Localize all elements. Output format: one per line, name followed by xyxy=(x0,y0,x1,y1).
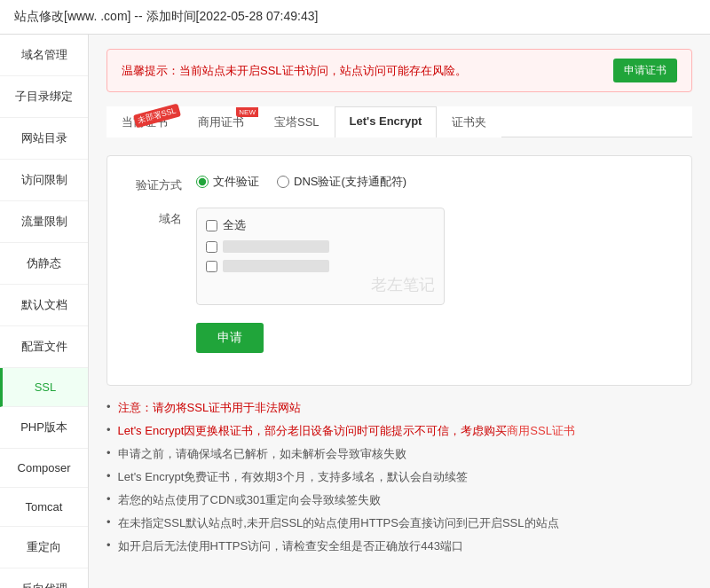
ssl-alert: 温馨提示：当前站点未开启SSL证书访问，站点访问可能存在风险。 申请证书 xyxy=(106,49,692,92)
note-note2: Let's Encrypt因更换根证书，部分老旧设备访问时可能提示不可信，考虑购… xyxy=(106,423,692,439)
sidebar-item-reverse-proxy[interactable]: 反向代理 xyxy=(0,568,88,588)
watermark: 老左笔记 xyxy=(371,274,435,295)
cert-tabs: 当前证书 未部署SSL商用证书NEW宝塔SSLLet's Encrypt证书夹 xyxy=(106,106,692,137)
domain-label: 域名 xyxy=(125,208,196,227)
commercial-ssl-link[interactable]: 商用SSL证书 xyxy=(507,423,575,439)
page-title: 站点修改[www. .com] -- 添加时间[2022-05-28 07:49… xyxy=(14,9,318,23)
tab-badge-current-cert: 未部署SSL xyxy=(133,104,181,129)
main-content: 温馨提示：当前站点未开启SSL证书访问，站点访问可能存在风险。 申请证书 当前证… xyxy=(89,35,710,588)
sidebar-item-access-limit[interactable]: 访问限制 xyxy=(0,160,88,201)
note3-text: 申请之前，请确保域名已解析，如未解析会导致审核失败 xyxy=(118,446,406,462)
sidebar-item-redirect[interactable]: 重定向 xyxy=(0,527,88,568)
domain-item-2 xyxy=(206,260,435,272)
tab-lets-encrypt[interactable]: Let's Encrypt xyxy=(335,106,438,137)
note-note3: 申请之前，请确保域名已解析，如未解析会导致审核失败 xyxy=(106,446,692,462)
select-all-label: 全选 xyxy=(223,217,246,233)
tab-cert-folder[interactable]: 证书夹 xyxy=(437,106,501,137)
domain2-text xyxy=(223,260,329,272)
domain-list: 全选 老左笔记 xyxy=(196,208,445,305)
sidebar-item-domain-management[interactable]: 域名管理 xyxy=(0,35,88,76)
tab-baota-ssl[interactable]: 宝塔SSL xyxy=(259,106,335,137)
domain-item-1 xyxy=(206,240,435,253)
note1-text: 注意：请勿将SSL证书用于非法网站 xyxy=(118,400,302,416)
lets-encrypt-form: 验证方式 文件验证 DNS验证(支持通配符) 域名 xyxy=(106,155,692,386)
sidebar-item-subdir-bind[interactable]: 子目录绑定 xyxy=(0,76,88,118)
sidebar-item-ssl[interactable]: SSL xyxy=(0,368,88,407)
file-verification-label: 文件验证 xyxy=(213,174,259,190)
select-all-checkbox[interactable] xyxy=(206,220,217,231)
sidebar-item-config-file[interactable]: 配置文件 xyxy=(0,326,88,368)
sidebar-item-traffic-limit[interactable]: 流量限制 xyxy=(0,201,88,243)
submit-button[interactable]: 申请 xyxy=(196,323,264,353)
select-all-item[interactable]: 全选 xyxy=(206,217,435,233)
dns-verification-option[interactable]: DNS验证(支持通配符) xyxy=(277,174,406,190)
verification-label: 验证方式 xyxy=(125,174,196,193)
note4-text: Let's Encrypt免费证书，有效期3个月，支持多域名，默认会自动续签 xyxy=(118,469,468,485)
dns-verification-label: DNS验证(支持通配符) xyxy=(294,174,406,190)
sidebar: 域名管理子目录绑定网站目录访问限制流量限制伪静态默认文档配置文件SSLPHP版本… xyxy=(0,35,89,588)
domain1-text xyxy=(223,240,329,253)
domain1-checkbox[interactable] xyxy=(206,241,217,253)
sidebar-item-default-doc[interactable]: 默认文档 xyxy=(0,285,88,326)
tab-commercial-cert[interactable]: 商用证书NEW xyxy=(183,106,259,137)
verification-options: 文件验证 DNS验证(支持通配符) xyxy=(196,174,406,190)
sidebar-item-website-dir[interactable]: 网站目录 xyxy=(0,118,88,160)
sidebar-item-composer[interactable]: Composer xyxy=(0,449,88,488)
note-note6: 在未指定SSL默认站点时,未开启SSL的站点使用HTTPS会直接访问到已开启SS… xyxy=(106,515,692,531)
note7-text: 如开启后无法使用HTTPS访问，请检查安全组是否正确放行443端口 xyxy=(118,538,463,554)
alert-message: 温馨提示：当前站点未开启SSL证书访问，站点访问可能存在风险。 xyxy=(122,63,467,79)
file-verification-radio[interactable] xyxy=(196,176,209,188)
sidebar-item-tomcat[interactable]: Tomcat xyxy=(0,488,88,527)
tab-ribbon-commercial-cert: NEW xyxy=(236,107,258,117)
dns-verification-radio[interactable] xyxy=(277,176,289,188)
domain2-checkbox[interactable] xyxy=(206,261,217,272)
sidebar-item-php-version[interactable]: PHP版本 xyxy=(0,407,88,449)
apply-cert-button[interactable]: 申请证书 xyxy=(613,59,677,82)
sidebar-item-pseudo-static[interactable]: 伪静态 xyxy=(0,243,88,285)
note2-text-before: Let's Encrypt因更换根证书，部分老旧设备访问时可能提示不可信，考虑购… xyxy=(118,423,508,439)
note-note7: 如开启后无法使用HTTPS访问，请检查安全组是否正确放行443端口 xyxy=(106,538,692,554)
note-note1: 注意：请勿将SSL证书用于非法网站 xyxy=(106,400,692,416)
note5-text: 若您的站点使用了CDN或301重定向会导致续签失败 xyxy=(118,492,382,508)
file-verification-option[interactable]: 文件验证 xyxy=(196,174,259,190)
note6-text: 在未指定SSL默认站点时,未开启SSL的站点使用HTTPS会直接访问到已开启SS… xyxy=(118,515,559,531)
note-note5: 若您的站点使用了CDN或301重定向会导致续签失败 xyxy=(106,492,692,508)
note-note4: Let's Encrypt免费证书，有效期3个月，支持多域名，默认会自动续签 xyxy=(106,469,692,485)
tab-current-cert[interactable]: 当前证书 未部署SSL xyxy=(106,106,183,137)
notes-section: 注意：请勿将SSL证书用于非法网站Let's Encrypt因更换根证书，部分老… xyxy=(106,400,692,554)
